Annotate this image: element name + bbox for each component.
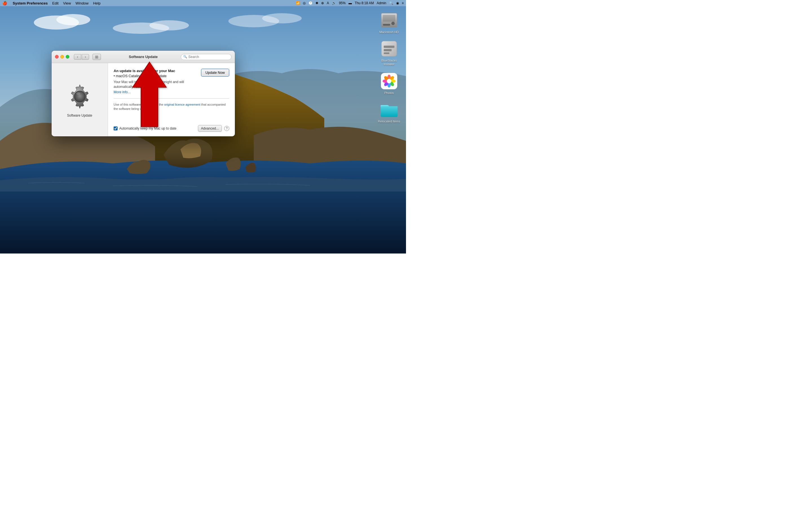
software-update-window: ‹ › ⊞ Software Update 🔍: [52, 51, 235, 136]
relocated-items-image: [380, 101, 398, 119]
licence-link[interactable]: original licence agreement: [164, 103, 200, 106]
notifications-icon[interactable]: ≡: [402, 1, 404, 5]
hdd-svg: [380, 13, 398, 28]
search-input[interactable]: [188, 55, 229, 59]
auto-update-checkbox[interactable]: [114, 126, 117, 130]
menubar-left: 🍎 System Preferences Edit View Window He…: [2, 1, 101, 5]
advanced-button[interactable]: Advanced...: [198, 125, 222, 132]
divider: [114, 98, 229, 99]
svg-rect-10: [383, 24, 390, 25]
update-title: An update is available for your Mac: [114, 69, 198, 73]
auto-update-label: Automatically keep my Mac up to date: [119, 126, 176, 130]
licence-text: Use of this software is subject to the o…: [114, 103, 229, 111]
relocated-items-label: Relocated Items: [378, 120, 400, 123]
svg-rect-13: [384, 49, 392, 51]
battery-percent: 95%: [339, 1, 346, 5]
minimize-button[interactable]: [60, 55, 64, 59]
update-header: An update is available for your Mac • ma…: [114, 69, 229, 94]
traffic-lights: [55, 55, 69, 59]
window-title: Software Update: [129, 55, 158, 59]
menu-view[interactable]: View: [63, 1, 71, 5]
svg-point-5: [229, 15, 279, 27]
relocated-items-icon[interactable]: Relocated Items: [378, 101, 400, 123]
back-button[interactable]: ‹: [74, 54, 81, 60]
macintosh-hd-icon[interactable]: Macintosh HD: [378, 11, 400, 34]
search-box[interactable]: 🔍: [181, 54, 232, 60]
main-update-content: An update is available for your Mac • ma…: [108, 63, 235, 136]
macintosh-hd-label: Macintosh HD: [379, 31, 399, 34]
bluestacks-installer-icon[interactable]: BlueStacks Installer: [378, 40, 400, 66]
macintosh-hd-image: [380, 11, 398, 29]
menu-window[interactable]: Window: [75, 1, 89, 5]
bluestacks-label: BlueStacks Installer: [378, 59, 400, 66]
forward-button[interactable]: ›: [82, 54, 89, 60]
photos-icon[interactable]: Photos: [378, 72, 400, 95]
apple-menu[interactable]: 🍎: [2, 1, 7, 5]
svg-point-1: [34, 15, 79, 30]
photos-svg: [381, 73, 397, 89]
footer-row: Automatically keep my Mac up to date Adv…: [114, 125, 229, 132]
svg-rect-11: [382, 41, 397, 56]
auto-update-container: Automatically keep my Mac up to date: [114, 126, 176, 130]
app-menu-system-preferences[interactable]: System Preferences: [13, 1, 48, 5]
siri-icon[interactable]: ◉: [396, 1, 399, 5]
svg-point-6: [262, 13, 302, 23]
user-icon[interactable]: A: [327, 1, 329, 5]
search-spotlight-icon[interactable]: 🔍: [389, 1, 393, 5]
update-now-button[interactable]: Update Now: [201, 69, 229, 76]
svg-rect-12: [384, 46, 395, 48]
menu-help[interactable]: Help: [93, 1, 101, 5]
update-info: An update is available for your Mac • ma…: [114, 69, 198, 94]
user-name[interactable]: Admin: [377, 1, 386, 5]
timemachine-icon[interactable]: 🕐: [308, 1, 313, 5]
bluestacks-svg: [381, 41, 397, 57]
volume-icon[interactable]: 🔈: [332, 1, 336, 5]
update-name: • macOS Catalina 10.15.6 Update: [114, 74, 198, 78]
photos-label: Photos: [384, 91, 394, 95]
svg-point-9: [391, 22, 395, 25]
folder-svg: [380, 102, 398, 117]
gear-icon: [67, 83, 93, 109]
gear-icon-container: [66, 82, 94, 110]
svg-point-25: [74, 91, 86, 102]
more-info-link[interactable]: More info...: [114, 90, 131, 94]
svg-point-4: [149, 20, 189, 31]
search-icon: 🔍: [183, 55, 187, 59]
desktop-icons: Macintosh HD BlueStacks: [378, 11, 400, 123]
wifi-status-icon[interactable]: ⊕: [321, 1, 324, 5]
desktop: 🍎 System Preferences Edit View Window He…: [0, 0, 406, 253]
bluetooth-icon[interactable]: ✱: [315, 1, 318, 5]
maximize-button[interactable]: [66, 55, 69, 59]
photos-image: [380, 72, 398, 90]
svg-rect-14: [384, 52, 389, 54]
help-button[interactable]: ?: [224, 126, 229, 131]
svg-point-26: [76, 93, 80, 95]
menu-edit[interactable]: Edit: [52, 1, 58, 5]
update-description: Your Mac will try to update later tonigh…: [114, 80, 198, 89]
datetime[interactable]: Thu 8:18 AM: [355, 1, 374, 5]
titlebar-nav: ‹ ›: [74, 54, 89, 60]
airdrop-icon: ◎: [303, 1, 306, 5]
svg-point-2: [56, 14, 90, 25]
close-button[interactable]: [55, 55, 59, 59]
sidebar: Software Update: [52, 63, 108, 136]
bluestacks-image: [380, 40, 398, 58]
window-content: Software Update An update is available f…: [52, 63, 235, 136]
wifi-icon[interactable]: 📶: [296, 1, 300, 5]
battery-icon: ▬: [349, 1, 352, 5]
menubar-right: 📶 ◎ 🕐 ✱ ⊕ A 🔈 95% ▬ Thu 8:18 AM Admin 🔍 …: [296, 1, 404, 5]
grid-view-button[interactable]: ⊞: [93, 54, 101, 60]
sidebar-label: Software Update: [67, 114, 92, 117]
svg-rect-8: [383, 15, 395, 22]
window-titlebar: ‹ › ⊞ Software Update 🔍: [52, 51, 235, 63]
svg-point-24: [387, 79, 391, 83]
menubar: 🍎 System Preferences Edit View Window He…: [0, 0, 406, 6]
svg-point-3: [113, 22, 169, 34]
